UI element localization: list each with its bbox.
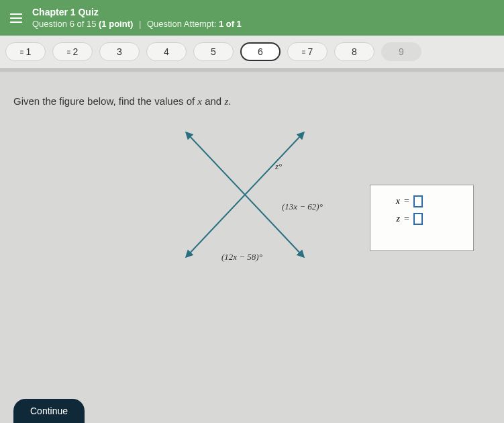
question-content: Given the figure below, find the values … — [0, 72, 504, 329]
question-nav: ≡1 ≡2 3 4 5 6 ≡7 8 9 — [0, 36, 504, 68]
angle-label-top: z° — [275, 161, 282, 172]
nav-q1[interactable]: ≡1 — [5, 42, 46, 61]
nav-q6[interactable]: 6 — [240, 42, 281, 61]
continue-button[interactable]: Continue — [13, 399, 85, 423]
quiz-title: Chapter 1 Quiz — [32, 7, 242, 17]
nav-q4[interactable]: 4 — [146, 42, 187, 61]
nav-q8[interactable]: 8 — [334, 42, 374, 61]
angle-label-bottom: (12x − 58)° — [221, 252, 262, 263]
hamburger-menu-icon[interactable] — [10, 13, 22, 23]
vertical-divider: | — [139, 19, 141, 29]
figure-area: z° (13x − 62)° (12x − 58)° x = z = — [13, 121, 491, 322]
answered-icon: ≡ — [20, 48, 24, 56]
nav-q2[interactable]: ≡2 — [52, 42, 93, 61]
nav-q9[interactable]: 9 — [381, 42, 421, 61]
z-input[interactable] — [413, 213, 423, 225]
question-prompt: Given the figure below, find the values … — [13, 95, 491, 107]
nav-q7[interactable]: ≡7 — [287, 42, 327, 61]
question-subtitle: Question 6 of 15 (1 point) | Question At… — [32, 19, 242, 29]
nav-q3[interactable]: 3 — [99, 42, 140, 61]
angle-label-right: (13x − 62)° — [282, 201, 323, 212]
answered-icon: ≡ — [302, 48, 306, 56]
answer-box: x = z = — [370, 185, 474, 251]
header-bar: Chapter 1 Quiz Question 6 of 15 (1 point… — [0, 0, 504, 36]
nav-q5[interactable]: 5 — [193, 42, 234, 61]
answer-row-x: x = — [379, 195, 465, 207]
answer-row-z: z = — [379, 213, 465, 225]
x-input[interactable] — [413, 195, 423, 207]
answered-icon: ≡ — [67, 48, 71, 56]
header-text: Chapter 1 Quiz Question 6 of 15 (1 point… — [32, 7, 242, 29]
